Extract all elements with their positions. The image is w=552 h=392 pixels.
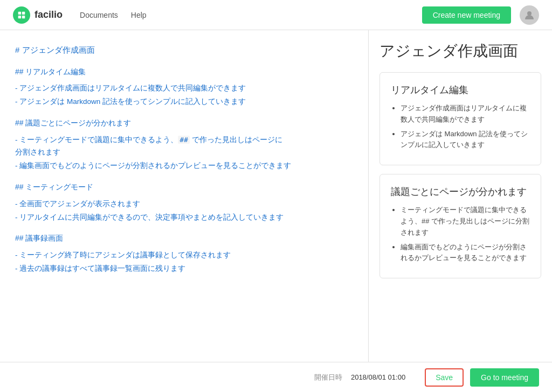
svg-rect-0 <box>18 11 21 14</box>
editor-line-1: - アジェンダ作成画面はリアルタイムに複数人で共同編集ができます <box>15 82 353 95</box>
footer: 開催日時 2018/08/01 01:00 Save Go to meeting <box>0 362 552 392</box>
date-value: 2018/08/01 01:00 <box>351 373 405 381</box>
list-item: ミーティングモードで議題に集中できるよう、## で作った見出しはページに分割され… <box>401 205 530 238</box>
avatar[interactable] <box>520 5 539 25</box>
editor-h2-3: ## ミーティングモード <box>15 181 353 194</box>
svg-point-4 <box>527 11 532 16</box>
editor-line-4: - 編集画面でもどのようにページが分割されるかプレビューを見ることができます <box>15 160 353 172</box>
list-item: 編集画面でもどのようにページが分割されるかプレビューを見ることができます <box>401 242 530 264</box>
preview-pane: アジェンダ作成画面 リアルタイム編集 アジェンダ作成画面はリアルタイムに複数人で… <box>369 30 552 362</box>
editor-line-6: - リアルタイムに共同編集ができるので、決定事項やまとめを記入していきます <box>15 212 353 224</box>
preview-card-2-list: ミーティングモードで議題に集中できるよう、## で作った見出しはページに分割され… <box>391 205 530 264</box>
preview-card-1-title: リアルタイム編集 <box>391 83 530 96</box>
svg-rect-2 <box>18 15 21 18</box>
main-content: # アジェンダ作成画面 ## リアルタイム編集 - アジェンダ作成画面はリアルタ… <box>0 30 552 362</box>
create-new-meeting-button[interactable]: Create new meeting <box>422 6 511 24</box>
header: facilio Documents Help Create new meetin… <box>0 0 552 30</box>
logo-text: facilio <box>34 9 63 20</box>
svg-rect-3 <box>22 15 25 18</box>
editor-line-7: - ミーティング終了時にアジェンダは議事録として保存されます <box>15 249 353 262</box>
date-label: 開催日時 <box>314 373 342 382</box>
go-to-meeting-button[interactable]: Go to meeting <box>470 368 539 387</box>
editor-pane[interactable]: # アジェンダ作成画面 ## リアルタイム編集 - アジェンダ作成画面はリアルタ… <box>0 30 369 362</box>
editor-line-2: - アジェンダは Markdown 記法を使ってシンプルに記入していきます <box>15 96 353 108</box>
list-item: アジェンダ作成画面はリアルタイムに複数人で共同編集ができます <box>401 103 530 125</box>
preview-card-1-list: アジェンダ作成画面はリアルタイムに複数人で共同編集ができます アジェンダは Ma… <box>391 103 530 151</box>
editor-line-3: - ミーティングモードで議題に集中できるよう、## で作った見出しはページに分割… <box>15 134 353 159</box>
editor-h2-1: ## リアルタイム編集 <box>15 66 353 79</box>
list-item: アジェンダは Markdown 記法を使ってシンプルに記入していきます <box>401 129 530 151</box>
preview-card-2: 議題ごとにページが分かれます ミーティングモードで議題に集中できるよう、## で… <box>380 174 541 278</box>
editor-h2-2: ## 議題ごとにページが分かれます <box>15 117 353 130</box>
logo-area: facilio <box>13 6 63 24</box>
preview-card-2-title: 議題ごとにページが分かれます <box>391 185 530 198</box>
nav-documents[interactable]: Documents <box>80 11 118 19</box>
editor-h1: # アジェンダ作成画面 <box>15 43 353 57</box>
nav-help[interactable]: Help <box>131 11 147 19</box>
editor-line-5: - 全画面でアジェンダが表示されます <box>15 198 353 211</box>
editor-line-8: - 過去の議事録はすべて議事録一覧画面に残ります <box>15 263 353 275</box>
svg-rect-1 <box>22 11 25 14</box>
preview-title: アジェンダ作成画面 <box>380 41 541 61</box>
preview-card-1: リアルタイム編集 アジェンダ作成画面はリアルタイムに複数人で共同編集ができます … <box>380 72 541 165</box>
save-button[interactable]: Save <box>425 368 464 387</box>
logo-icon <box>13 6 30 24</box>
editor-h2-4: ## 議事録画面 <box>15 232 353 245</box>
